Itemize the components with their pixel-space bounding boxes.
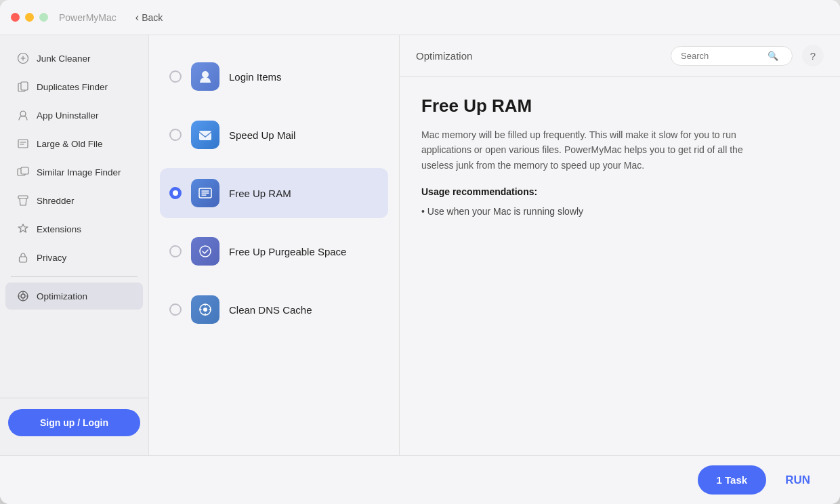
speed-up-mail-label: Speed Up Mail	[229, 129, 295, 141]
detail-description: Mac memory will be filled up frequently.…	[421, 127, 747, 173]
svg-rect-12	[199, 131, 211, 140]
svg-point-14	[200, 246, 211, 257]
free-up-ram-icon	[191, 179, 219, 207]
duplicates-finder-icon	[16, 80, 30, 93]
svg-point-9	[21, 294, 25, 298]
sidebar-item-app-uninstaller[interactable]: App Uninstaller	[5, 102, 143, 129]
svg-rect-7	[18, 196, 28, 198]
help-button[interactable]: ?	[802, 45, 824, 66]
minimize-button[interactable]	[25, 13, 34, 22]
speed-up-mail-icon	[191, 121, 219, 149]
optimization-item-clean-dns-cache[interactable]: Clean DNS Cache	[160, 285, 388, 335]
extensions-icon	[16, 222, 30, 236]
detail-title: Free Up RAM	[421, 96, 818, 117]
free-up-ram-label: Free Up RAM	[229, 188, 291, 199]
junk-cleaner-icon	[16, 51, 30, 65]
sidebar-label-app-uninstaller: App Uninstaller	[37, 110, 99, 121]
shredder-icon	[16, 194, 30, 207]
back-label: Back	[142, 12, 163, 23]
sidebar-label-privacy: Privacy	[37, 253, 66, 263]
sidebar-item-duplicates-finder[interactable]: Duplicates Finder	[5, 73, 143, 100]
usage-item-1: • Use when your Mac is running slowly	[421, 204, 818, 219]
panel-title: Optimization	[416, 50, 472, 62]
clean-dns-cache-icon	[191, 295, 219, 324]
run-button[interactable]: RUN	[777, 468, 818, 492]
free-up-purgeable-icon	[191, 237, 219, 266]
optimization-item-speed-up-mail[interactable]: Speed Up Mail	[160, 110, 388, 160]
sidebar-bottom: Sign up / Login	[0, 398, 148, 447]
sidebar-label-duplicates-finder: Duplicates Finder	[37, 82, 108, 92]
svg-rect-4	[18, 140, 28, 148]
sidebar-item-privacy[interactable]: Privacy	[5, 244, 143, 271]
optimization-icon	[16, 289, 30, 303]
search-input[interactable]	[681, 51, 762, 61]
sidebar-item-shredder[interactable]: Shredder	[5, 187, 143, 214]
sidebar-divider	[11, 276, 138, 277]
free-up-purgeable-radio[interactable]	[169, 245, 182, 257]
optimization-item-free-up-ram[interactable]: Free Up RAM	[160, 168, 388, 218]
sidebar-label-junk-cleaner: Junk Cleaner	[37, 54, 91, 64]
signup-login-button[interactable]: Sign up / Login	[8, 409, 140, 436]
sidebar-label-large-old-file: Large & Old File	[37, 139, 103, 149]
right-panel: Optimization 🔍 ? Free Up RAM Mac memory …	[400, 35, 840, 455]
app-title: PowerMyMac	[59, 12, 117, 23]
sidebar-label-extensions: Extensions	[37, 224, 81, 234]
titlebar: PowerMyMac ‹ Back	[0, 0, 840, 35]
maximize-button	[39, 13, 48, 22]
sidebar-item-junk-cleaner[interactable]: Junk Cleaner	[5, 45, 143, 72]
sidebar-item-similar-image-finder[interactable]: Similar Image Finder	[5, 159, 143, 186]
large-old-file-icon	[16, 137, 30, 150]
sidebar-label-optimization: Optimization	[37, 291, 87, 301]
sidebar-item-optimization[interactable]: Optimization	[5, 282, 143, 310]
center-panel: Login Items Speed Up Mail Free Up RAM	[149, 35, 400, 455]
free-up-purgeable-label: Free Up Purgeable Space	[229, 246, 346, 257]
optimization-item-login-items[interactable]: Login Items	[160, 51, 388, 102]
usage-recommendations-title: Usage recommendations:	[421, 186, 818, 197]
clean-dns-cache-label: Clean DNS Cache	[229, 304, 312, 316]
free-up-ram-radio[interactable]	[169, 187, 182, 199]
sidebar-label-similar-image-finder: Similar Image Finder	[37, 167, 121, 177]
back-button[interactable]: ‹ Back	[130, 9, 168, 26]
sidebar-label-shredder: Shredder	[37, 196, 75, 206]
optimization-item-free-up-purgeable[interactable]: Free Up Purgeable Space	[160, 226, 388, 276]
sidebar-item-extensions[interactable]: Extensions	[5, 215, 143, 243]
traffic-lights	[11, 13, 48, 22]
sidebar-item-large-old-file[interactable]: Large & Old File	[5, 130, 143, 157]
task-button[interactable]: 1 Task	[698, 465, 767, 495]
login-items-label: Login Items	[229, 71, 282, 83]
clean-dns-cache-radio[interactable]	[169, 303, 182, 316]
svg-rect-2	[21, 82, 28, 90]
search-box[interactable]: 🔍	[671, 46, 793, 66]
speed-up-mail-radio[interactable]	[169, 129, 182, 141]
sidebar-items: Junk Cleaner Duplicates Finder App Unins…	[0, 43, 148, 398]
back-arrow-icon: ‹	[135, 12, 139, 24]
right-header: Optimization 🔍 ?	[400, 35, 840, 77]
svg-rect-8	[20, 257, 27, 262]
sidebar: Junk Cleaner Duplicates Finder App Unins…	[0, 35, 149, 455]
right-content: Free Up RAM Mac memory will be filled up…	[400, 77, 840, 455]
login-items-icon	[191, 62, 219, 91]
svg-point-11	[202, 71, 209, 78]
close-button[interactable]	[11, 13, 20, 22]
privacy-icon	[16, 251, 30, 264]
app-window: PowerMyMac ‹ Back Junk Cleaner	[0, 0, 840, 504]
bottom-bar: 1 Task RUN	[0, 455, 840, 504]
search-icon: 🔍	[768, 51, 778, 61]
main-content: Junk Cleaner Duplicates Finder App Unins…	[0, 35, 840, 455]
login-items-radio[interactable]	[169, 70, 182, 83]
similar-image-finder-icon	[16, 165, 30, 179]
svg-point-16	[203, 308, 207, 312]
svg-rect-6	[21, 167, 28, 174]
app-uninstaller-icon	[16, 108, 30, 122]
